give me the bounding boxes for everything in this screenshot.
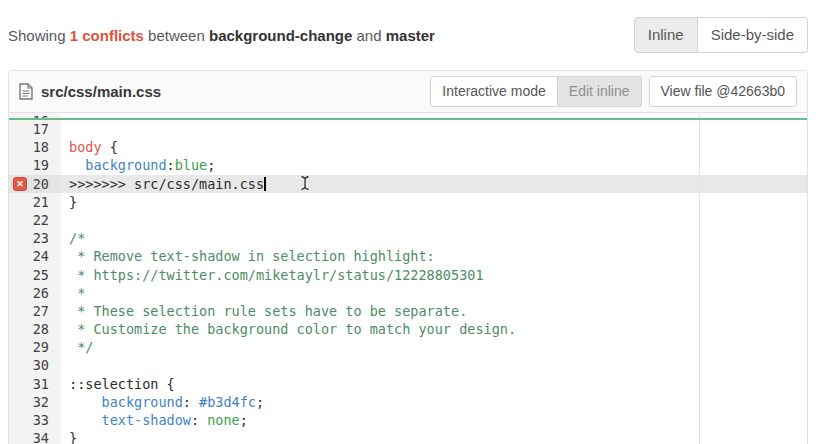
line-number: 18 [9, 138, 49, 156]
line-gutter: ✕ 31 ▾ [9, 375, 61, 393]
code-line[interactable]: ✕ 32 ▾ background: #b3d4fc; [9, 393, 807, 411]
code-editor[interactable]: 16 ✕ 17 ▾ ✕ 18 ▾ body { ✕ 19 ▾ backgroun… [9, 113, 807, 444]
text-caret [264, 177, 266, 191]
conflict-summary-text: Showing 1 conflicts between background-c… [8, 27, 435, 44]
file-actions: Interactive mode Edit inline View file @… [430, 76, 797, 107]
conflict-count: 1 conflicts [70, 27, 144, 44]
line-number: 34 [9, 429, 49, 444]
line-number: 29 [9, 338, 49, 356]
summary-prefix: Showing [8, 27, 66, 44]
view-mode-toggle: Inline Side-by-side [634, 17, 808, 53]
code-text[interactable]: */ [61, 338, 807, 356]
inline-view-button[interactable]: Inline [634, 17, 698, 53]
code-line[interactable]: ✕ 17 ▾ [9, 120, 807, 138]
line-gutter: ✕ 17 ▾ [9, 120, 61, 138]
code-text[interactable] [61, 356, 807, 374]
code-text[interactable]: text-shadow: none; [61, 411, 807, 429]
summary-between: between [148, 27, 205, 44]
code-text[interactable]: background:blue; [61, 156, 807, 174]
line-gutter: ✕ 27 ▾ [9, 302, 61, 320]
code-text[interactable]: } [61, 429, 807, 444]
line-gutter: ✕ 19 ▾ [9, 156, 61, 174]
view-file-button[interactable]: View file @42663b0 [649, 76, 797, 107]
code-line[interactable]: ✕ 23 ▾ /* [9, 229, 807, 247]
line-number: 22 [9, 211, 49, 229]
code-text[interactable]: /* [61, 229, 807, 247]
line-gutter: ✕ 22 ▾ [9, 211, 61, 229]
line-number: 21 [9, 193, 49, 211]
conflict-section-divider [9, 118, 807, 120]
interactive-mode-button[interactable]: Interactive mode [430, 76, 558, 107]
conflict-summary-bar: Showing 1 conflicts between background-c… [0, 0, 816, 70]
code-line[interactable]: ✕ 20 ▾ >>>>>>> src/css/main.css [9, 175, 807, 193]
line-gutter: ✕ 21 ▾ [9, 193, 61, 211]
line-gutter: ✕ 34 ▾ [9, 429, 61, 444]
file-title: src/css/main.css [19, 83, 161, 100]
summary-and: and [357, 27, 382, 44]
line-number: 32 [9, 393, 49, 411]
code-text[interactable] [61, 120, 807, 138]
edit-mode-toggle: Interactive mode Edit inline [430, 76, 641, 107]
line-number: 30 [9, 356, 49, 374]
line-number: 19 [9, 156, 49, 174]
source-branch: background-change [209, 27, 352, 44]
code-text[interactable]: * These selection rule sets have to be s… [61, 302, 807, 320]
code-text[interactable]: * https://twitter.com/miketaylr/status/1… [61, 266, 807, 284]
code-line[interactable]: ✕ 29 ▾ */ [9, 338, 807, 356]
code-line[interactable]: ✕ 25 ▾ * https://twitter.com/miketaylr/s… [9, 266, 807, 284]
file-header: src/css/main.css Interactive mode Edit i… [9, 71, 807, 113]
code-text[interactable]: * Customize the background color to matc… [61, 320, 807, 338]
line-gutter: ✕ 26 ▾ [9, 284, 61, 302]
conflict-error-icon: ✕ [13, 177, 27, 191]
code-line[interactable]: ✕ 31 ▾ ::selection { [9, 375, 807, 393]
ibeam-mouse-cursor-icon [300, 175, 310, 191]
code-text[interactable]: ::selection { [61, 375, 807, 393]
code-line[interactable]: ✕ 21 ▾ } [9, 193, 807, 211]
code-line[interactable]: ✕ 26 ▾ * [9, 284, 807, 302]
line-number: 24 [9, 247, 49, 265]
code-text[interactable] [61, 211, 807, 229]
code-text[interactable]: >>>>>>> src/css/main.css [61, 175, 807, 193]
line-number: 33 [9, 411, 49, 429]
line-gutter: ✕ 29 ▾ [9, 338, 61, 356]
code-line[interactable]: ✕ 30 ▾ [9, 356, 807, 374]
line-gutter: ✕ 18 ▾ [9, 138, 61, 156]
line-number: 17 [9, 120, 49, 138]
line-number: 31 [9, 375, 49, 393]
line-gutter: ✕ 28 ▾ [9, 320, 61, 338]
code-lines: ✕ 17 ▾ ✕ 18 ▾ body { ✕ 19 ▾ background:b… [9, 120, 807, 444]
code-text[interactable]: * [61, 284, 807, 302]
code-text[interactable]: background: #b3d4fc; [61, 393, 807, 411]
side-by-side-view-button[interactable]: Side-by-side [698, 17, 808, 53]
line-gutter: ✕ 23 ▾ [9, 229, 61, 247]
code-line[interactable]: ✕ 28 ▾ * Customize the background color … [9, 320, 807, 338]
code-text[interactable]: * Remove text-shadow in selection highli… [61, 247, 807, 265]
line-number: 27 [9, 302, 49, 320]
code-text[interactable]: body { [61, 138, 807, 156]
code-line[interactable]: ✕ 34 ▾ } [9, 429, 807, 444]
edit-inline-button[interactable]: Edit inline [558, 76, 642, 107]
line-number: 28 [9, 320, 49, 338]
line-gutter: ✕ 33 ▾ [9, 411, 61, 429]
target-branch: master [386, 27, 435, 44]
line-gutter: ✕ 24 ▾ [9, 247, 61, 265]
file-text-icon [19, 83, 33, 100]
file-name: src/css/main.css [41, 83, 161, 100]
code-line[interactable]: ✕ 22 ▾ [9, 211, 807, 229]
code-text[interactable]: } [61, 193, 807, 211]
line-gutter: ✕ 32 ▾ [9, 393, 61, 411]
code-line[interactable]: ✕ 24 ▾ * Remove text-shadow in selection… [9, 247, 807, 265]
line-gutter: ✕ 25 ▾ [9, 266, 61, 284]
file-conflict-panel: src/css/main.css Interactive mode Edit i… [8, 70, 808, 444]
line-gutter: ✕ 30 ▾ [9, 356, 61, 374]
line-number: 26 [9, 284, 49, 302]
line-number: 23 [9, 229, 49, 247]
line-gutter: ✕ 20 ▾ [9, 175, 61, 193]
code-line[interactable]: ✕ 27 ▾ * These selection rule sets have … [9, 302, 807, 320]
line-number: 25 [9, 266, 49, 284]
code-line[interactable]: ✕ 19 ▾ background:blue; [9, 156, 807, 174]
code-line[interactable]: ✕ 18 ▾ body { [9, 138, 807, 156]
code-line[interactable]: ✕ 33 ▾ text-shadow: none; [9, 411, 807, 429]
